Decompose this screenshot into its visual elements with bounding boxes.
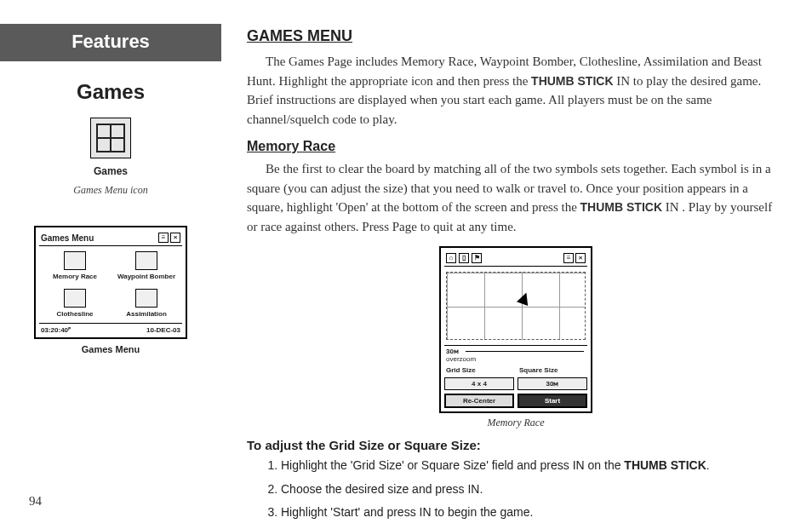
games-heading: Games [0,80,221,104]
flag-icon: ⚑ [472,253,482,263]
games-menu-screenshot: Games Menu ≡ × Memory Race Waypoint Bomb… [0,226,221,354]
thumb-stick-label: THUMB STICK [580,200,662,214]
square-size-value: 30ᴍ [518,377,587,390]
race-map-grid [446,272,586,340]
memory-race-paragraph: Be the first to clear the board by match… [247,159,785,236]
menu-cell-waypoint-bomber: Waypoint Bomber [114,251,179,280]
menu-cell-label: Waypoint Bomber [114,273,179,280]
games-puzzle-icon [90,118,131,158]
start-button: Start [518,394,587,408]
close-icon: × [170,233,180,243]
page-number: 94 [29,494,42,509]
device-date: 10-DEC-03 [146,326,180,334]
main-content: GAMES MENU The Games Page includes Memor… [247,24,785,512]
instructions-heading: To adjust the Grid Size or Square Size: [247,438,785,452]
step-1: Highlight the 'Grid Size' or Square Size… [281,457,785,474]
close-icon: × [575,253,586,263]
grid-size-label: Grid Size [444,366,514,374]
step-2: Choose the desired size and press IN. [281,481,785,498]
sat-icon: ▯ [459,253,469,263]
menu-cell-assimilation: Assimilation [114,289,179,318]
subhead-memory-race: Memory Race [247,139,785,154]
position-arrow-icon [517,290,532,306]
memory-race-caption: Memory Race [247,417,785,429]
menu-icon: ≡ [158,233,169,243]
menu-cell-clothesline: Clothesline [43,289,107,318]
clothesline-icon [64,289,86,308]
step-3: Highlight 'Start' and press IN to begin … [281,504,785,521]
assimilation-icon [135,289,157,308]
square-size-label: Square Size [518,366,587,374]
intro-paragraph: The Games Page includes Memory Race, Way… [247,52,785,129]
section-heading-games-menu: GAMES MENU [247,27,785,45]
instruction-steps: Highlight the 'Grid Size' or Square Size… [247,457,785,521]
device-time: 03:20:40ᴾ [41,326,71,334]
memory-race-icon [64,251,86,270]
sidebar: Features Games Games Games Menu icon Gam… [0,24,247,512]
games-icon-caption: Games Menu icon [0,184,221,197]
menu-cell-label: Assimilation [114,310,179,318]
games-icon-label: Games [0,165,221,177]
games-menu-caption: Games Menu [0,344,221,354]
menu-cell-memory-race: Memory Race [43,251,107,280]
games-icon-block: Games [0,118,221,177]
menu-icon: ≡ [563,253,574,263]
overzoom-label: overzoom [444,355,587,363]
memory-race-screenshot: ⌂ ▯ ⚑ ≡ × 30ᴍ overzoom [247,246,785,429]
waypoint-bomber-icon [135,251,157,270]
menu-cell-label: Memory Race [43,273,107,280]
race-scale: 30ᴍ [446,348,459,355]
compass-icon: ⌂ [446,253,456,263]
thumb-stick-label: THUMB STICK [531,74,613,88]
grid-size-value: 4 x 4 [444,377,514,390]
device-title: Games Menu [41,233,94,243]
menu-cell-label: Clothesline [43,310,107,318]
features-tab: Features [0,24,221,61]
recenter-button: Re-Center [444,394,514,408]
